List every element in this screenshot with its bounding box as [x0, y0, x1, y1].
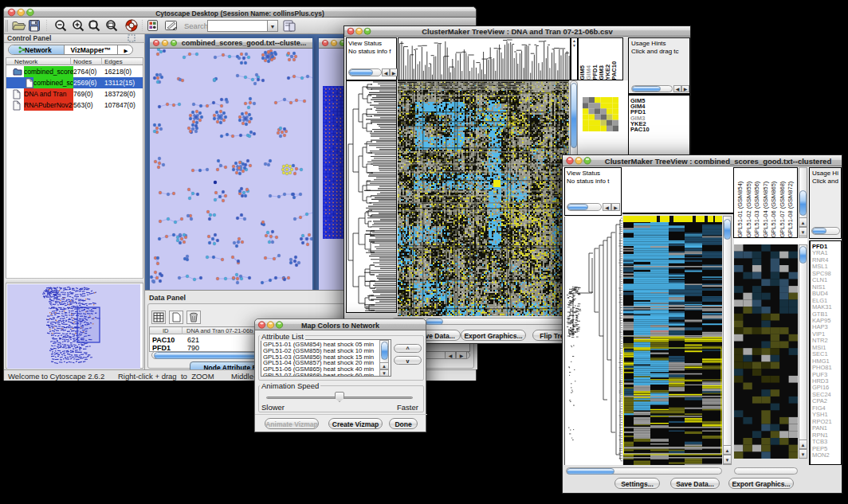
svg-text:Search:: Search: [184, 21, 210, 30]
